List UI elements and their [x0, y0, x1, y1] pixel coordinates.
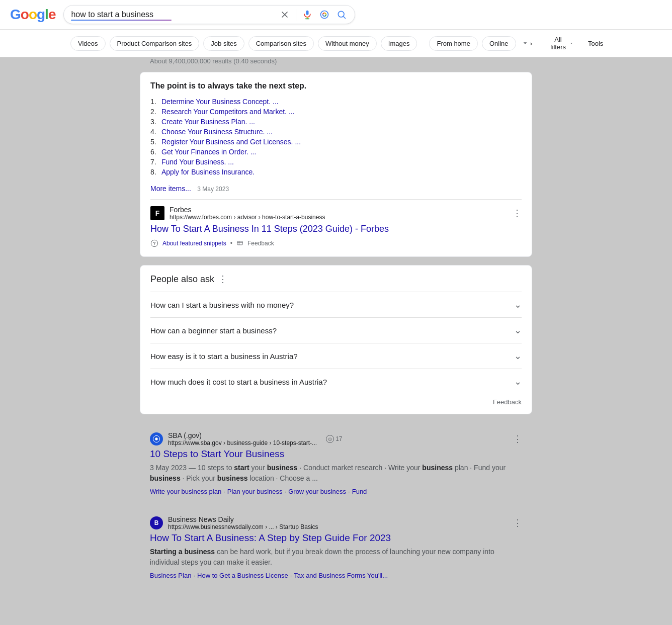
snippet-step-2: 2.Research Your Competitors and Market. … [150, 107, 522, 117]
footer-separator: • [230, 240, 232, 247]
sba-description: 3 May 2023 — 10 steps to start your busi… [150, 463, 522, 484]
cite-number: 17 [335, 435, 342, 442]
lens-button[interactable] [318, 9, 330, 21]
content-inner: About 9,400,000,000 results (0.40 second… [140, 57, 532, 590]
google-logo[interactable]: G o o g l e [10, 7, 55, 23]
sba-sublink-4[interactable]: Fund [352, 488, 367, 495]
paa-feedback[interactable]: Feedback [150, 394, 522, 406]
search-box [63, 5, 355, 24]
search-button[interactable] [335, 9, 348, 21]
paa-chevron-1: ⌄ [514, 299, 522, 310]
sba-sublinks: Write your business plan · Plan your bus… [150, 488, 522, 495]
svg-line-5 [344, 17, 346, 19]
paa-header: People also ask ⋮ [150, 274, 522, 285]
cite-icon: ⊙ [326, 435, 334, 443]
sba-sublink-2[interactable]: Plan your business [227, 488, 283, 495]
filter-images[interactable]: Images [381, 36, 417, 51]
bnd-favicon: B [150, 516, 163, 529]
bnd-sublink-sep-1: · [193, 572, 195, 579]
paa-title: People also ask [150, 274, 214, 285]
mic-button[interactable] [301, 9, 313, 21]
logo-g: G [10, 7, 21, 23]
all-filters-label: All filters [549, 36, 567, 51]
sba-favicon [150, 432, 163, 445]
all-filters-button[interactable]: All filters [544, 33, 579, 54]
result-source-bnd: B Business News Daily https://www.busine… [150, 515, 522, 530]
logo-o1: o [21, 7, 29, 23]
sba-source-info: SBA (.gov) https://www.sba.gov › busines… [168, 431, 317, 447]
filter-more-button[interactable]: › [520, 36, 532, 50]
sba-sublink-sep-3: · [348, 488, 350, 495]
snippet-step-5: 5.Register Your Business and Get License… [150, 137, 522, 147]
paa-question-1[interactable]: How can I start a business with no money… [150, 292, 522, 317]
paa-question-2[interactable]: How can a beginner start a business? ⌄ [150, 317, 522, 343]
search-input[interactable] [71, 10, 274, 19]
bnd-sublink-1[interactable]: Business Plan [150, 572, 191, 579]
bnd-sublink-3[interactable]: Tax and Business Forms You'll... [294, 572, 388, 579]
snippet-footer: ? About featured snippets • Feedback [150, 239, 522, 247]
paa-chevron-3: ⌄ [514, 350, 522, 362]
sba-more-button[interactable]: ⋮ [513, 433, 522, 444]
snippet-more-row: More items... 3 May 2023 [150, 184, 522, 193]
snippet-step-7: 7.Fund Your Business. ... [150, 157, 522, 167]
search-result-bnd: B Business News Daily https://www.busine… [140, 506, 532, 588]
snippet-tagline: The point is to always take the next ste… [150, 81, 522, 91]
snippet-divider [150, 199, 522, 200]
snippet-step-8-link[interactable]: Apply for Business Insurance. [161, 168, 255, 176]
snippet-step-8: 8.Apply for Business Insurance. [150, 167, 522, 177]
filter-job-sites[interactable]: Job sites [203, 36, 244, 51]
bnd-title[interactable]: How To Start A Business: A Step by Step … [150, 532, 522, 544]
clear-button[interactable] [279, 9, 291, 21]
people-also-ask: People also ask ⋮ How can I start a busi… [140, 265, 532, 414]
svg-point-3 [321, 11, 328, 19]
bnd-sublink-2[interactable]: How to Get a Business License [197, 572, 288, 579]
sba-source-url: https://www.sba.gov › business-guide › 1… [168, 439, 317, 447]
about-snippets-link[interactable]: About featured snippets [162, 240, 226, 247]
filter-product-comparison[interactable]: Product Comparison sites [110, 36, 200, 51]
logo-o2: o [29, 7, 37, 23]
feedback-button[interactable]: Feedback [247, 240, 274, 247]
bnd-description: Starting a business can be hard work, bu… [150, 547, 522, 568]
filter-videos[interactable]: Videos [70, 36, 106, 51]
sba-title[interactable]: 10 Steps to Start Your Business [150, 449, 522, 460]
bnd-sublink-sep-2: · [290, 572, 292, 579]
search-result-sba: SBA (.gov) https://www.sba.gov › busines… [140, 422, 532, 504]
snippet-list: 1.Determine Your Business Concept. ... 2… [150, 97, 522, 177]
results-count: About 9,400,000,000 results (0.40 second… [140, 57, 532, 65]
paa-question-4[interactable]: How much does it cost to start a busines… [150, 369, 522, 394]
snippet-source: F Forbes https://www.forbes.com › adviso… [150, 206, 522, 221]
paa-question-3[interactable]: How easy is it to start a business in Au… [150, 343, 522, 369]
cite-badge: ⊙ 17 [326, 435, 342, 443]
snippet-step-1: 1.Determine Your Business Concept. ... [150, 97, 522, 107]
filter-without-money[interactable]: Without money [318, 36, 377, 51]
sba-source-name: SBA (.gov) [168, 431, 317, 439]
logo-l: l [45, 7, 48, 23]
page-content: About 9,400,000,000 results (0.40 second… [0, 57, 672, 590]
source-favicon: F [150, 206, 164, 220]
snippet-step-3: 3.Create Your Business Plan. ... [150, 117, 522, 127]
snippet-step-6-link[interactable]: Get Your Finances in Order. ... [161, 148, 256, 156]
bnd-more-button[interactable]: ⋮ [513, 517, 522, 528]
svg-point-10 [155, 437, 157, 440]
tools-button[interactable]: Tools [583, 37, 608, 50]
snippet-step-1-link[interactable]: Determine Your Business Concept. ... [161, 98, 279, 106]
sba-sublink-1[interactable]: Write your business plan [150, 488, 221, 495]
snippet-step-3-link[interactable]: Create Your Business Plan. ... [161, 118, 255, 126]
source-more-button[interactable]: ⋮ [513, 208, 522, 219]
snippet-more-link[interactable]: More items... [150, 185, 191, 193]
bnd-sublinks: Business Plan · How to Get a Business Li… [150, 572, 522, 579]
snippet-step-5-link[interactable]: Register Your Business and Get Licenses.… [161, 138, 301, 146]
sba-sublink-3[interactable]: Grow your business [288, 488, 346, 495]
snippet-result-link[interactable]: How To Start A Business In 11 Steps (202… [150, 224, 389, 234]
snippet-step-7-link[interactable]: Fund Your Business. ... [161, 158, 234, 166]
bnd-source-name: Business News Daily [168, 515, 318, 523]
paa-chevron-2: ⌄ [514, 325, 522, 336]
snippet-step-4-link[interactable]: Choose Your Business Structure. ... [161, 128, 273, 136]
snippet-step-2-link[interactable]: Research Your Competitors and Market. ..… [161, 108, 295, 116]
filter-from-home[interactable]: From home [429, 36, 477, 51]
logo-e: e [48, 7, 56, 23]
paa-question-2-text: How can a beginner start a business? [150, 326, 277, 335]
filter-comparison-sites[interactable]: Comparison sites [248, 36, 314, 51]
filter-online[interactable]: Online [482, 36, 516, 51]
paa-more-button[interactable]: ⋮ [218, 274, 227, 285]
